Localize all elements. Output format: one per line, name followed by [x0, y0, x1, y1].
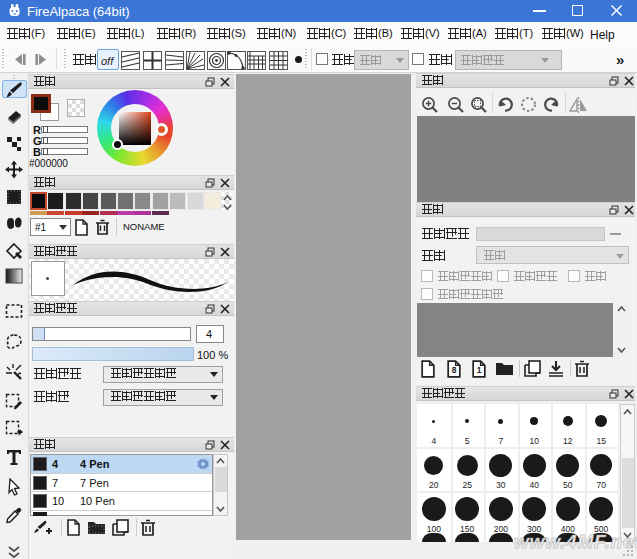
svg-text:8: 8	[452, 365, 457, 375]
svg-text:1: 1	[477, 365, 482, 375]
